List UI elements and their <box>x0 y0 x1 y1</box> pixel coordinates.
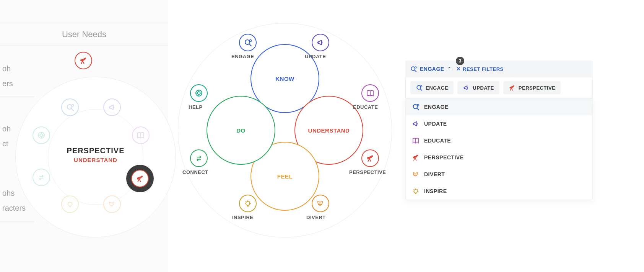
diagram-update-icon[interactable] <box>312 34 329 51</box>
filter-toggle[interactable]: ENGAGE ⌃ <box>410 66 451 72</box>
wheel-connect-icon[interactable] <box>33 169 50 186</box>
menu-item-inspire[interactable]: INSPIRE <box>406 183 592 200</box>
quad-do[interactable]: DO <box>207 96 275 165</box>
close-icon: × <box>457 66 460 72</box>
filters-panel: ENGAGE ⌃ 3 × RESET FILTERS ENGAGE UPDATE… <box>405 61 593 200</box>
diagram-engage-icon[interactable] <box>239 34 257 51</box>
wheel-educate-icon[interactable] <box>132 126 150 144</box>
menu-item-update[interactable]: UPDATE <box>406 115 592 132</box>
menu-item-engage[interactable]: ENGAGE <box>406 98 592 115</box>
wheel-engage-icon[interactable] <box>61 98 79 116</box>
filter-count-badge: 3 <box>456 57 464 65</box>
wheel-update-icon[interactable] <box>103 98 121 116</box>
filter-dropdown-menu: ENGAGE UPDATE EDUCATE PERSPECTIVE DIVERT… <box>405 98 593 200</box>
diagram-update-label: UPDATE <box>305 54 326 59</box>
engage-icon <box>412 103 420 111</box>
left-panel: User Needs oh ers oh ct ohs racters PERS… <box>0 0 168 272</box>
diagram-perspective-icon[interactable] <box>361 149 379 167</box>
left-panel-title: User Needs <box>62 29 106 39</box>
update-icon <box>463 84 470 91</box>
diagram-inspire-label: INSPIRE <box>232 215 254 220</box>
engage-icon <box>410 66 417 72</box>
chevron-up-icon: ⌃ <box>447 66 452 72</box>
diagram-engage-label: ENGAGE <box>231 54 254 59</box>
left-panel-header: User Needs <box>0 23 168 46</box>
chip-update[interactable]: UPDATE <box>457 81 499 94</box>
educate-icon <box>412 137 420 144</box>
diagram-educate-icon[interactable] <box>361 84 379 102</box>
diagram-connect-icon[interactable] <box>190 149 208 167</box>
wheel-divert-icon[interactable] <box>103 195 121 213</box>
perspective-icon <box>509 84 516 91</box>
filter-bar: ENGAGE ⌃ 3 × RESET FILTERS <box>405 61 593 77</box>
user-needs-diagram: KNOW UNDERSTAND FEEL DO ENGAGE UPDATE ED… <box>178 23 392 238</box>
diagram-educate-label: EDUCATE <box>353 104 378 110</box>
wheel-center-need: PERSPECTIVE <box>15 146 176 155</box>
wheel-center-quad: UNDERSTAND <box>15 157 176 163</box>
update-icon <box>412 120 420 128</box>
user-needs-wheel: PERSPECTIVE UNDERSTAND <box>15 77 176 238</box>
engage-icon <box>416 84 423 91</box>
diagram-inspire-icon[interactable] <box>239 195 257 212</box>
reset-filters-button[interactable]: × RESET FILTERS <box>457 66 504 72</box>
divert-icon <box>412 170 420 178</box>
need-perspective-top-icon[interactable] <box>75 52 92 69</box>
menu-item-educate[interactable]: EDUCATE <box>406 132 592 149</box>
filter-active-label: ENGAGE <box>420 66 444 72</box>
wheel-inspire-icon[interactable] <box>61 195 79 213</box>
reset-filters-label: RESET FILTERS <box>463 66 504 72</box>
row-frag: oh <box>0 61 34 76</box>
diagram-help-label: HELP <box>189 104 203 110</box>
diagram-help-icon[interactable] <box>190 84 208 102</box>
wheel-help-icon[interactable] <box>33 126 50 144</box>
active-filter-chips: ENGAGE UPDATE PERSPECTIVE <box>405 77 593 98</box>
wheel-perspective-selected[interactable] <box>126 165 154 192</box>
diagram-divert-label: DIVERT <box>306 215 326 220</box>
perspective-icon <box>412 154 420 161</box>
inspire-icon <box>412 187 420 195</box>
chip-perspective[interactable]: PERSPECTIVE <box>503 81 561 94</box>
chip-engage[interactable]: ENGAGE <box>410 81 454 94</box>
menu-item-perspective[interactable]: PERSPECTIVE <box>406 149 592 166</box>
wheel-center: PERSPECTIVE UNDERSTAND <box>15 146 176 163</box>
diagram-connect-label: CONNECT <box>182 169 208 175</box>
menu-item-divert[interactable]: DIVERT <box>406 166 592 183</box>
diagram-perspective-label: PERSPECTIVE <box>349 169 386 175</box>
diagram-divert-icon[interactable] <box>312 195 329 212</box>
